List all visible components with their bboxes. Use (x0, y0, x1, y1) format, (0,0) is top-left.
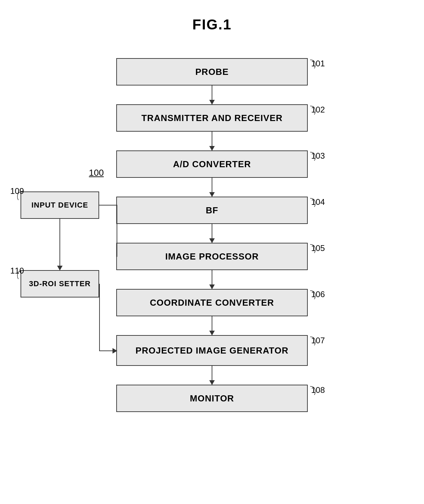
arrow-input-3droi (59, 219, 60, 270)
figure-title: FIG.1 (0, 0, 424, 33)
arrow-transmitter-ad (212, 132, 212, 150)
block-probe: PROBE (116, 58, 308, 85)
arrow-3droi-proj-h (99, 350, 117, 351)
arrow-imageproc-coord (212, 270, 212, 289)
ref-bracket-108 (308, 385, 317, 395)
block-projected-image-generator: PROJECTED IMAGE GENERATOR (116, 335, 308, 366)
ref-bracket-105 (308, 243, 317, 253)
line-input-to-imageproc-v (117, 205, 117, 257)
ref-bracket-106 (308, 289, 317, 299)
block-image-processor: IMAGE PROCESSOR (116, 243, 308, 270)
ref-bracket-107 (308, 335, 317, 345)
block-3d-roi-setter: 3D-ROI SETTER (21, 270, 99, 297)
arrow-proj-monitor (212, 366, 212, 385)
page: FIG.1 PROBE 101 TRANSMITTER AND RECEIVER… (0, 0, 424, 504)
ref-bracket-101 (308, 58, 317, 68)
system-label-100: 100 (89, 168, 104, 178)
ref-input: 109 (10, 186, 24, 196)
block-coordinate-converter: COORDINATE CONVERTER (116, 289, 308, 316)
block-input-device: INPUT DEVICE (21, 191, 99, 219)
block-transmitter: TRANSMITTER AND RECEIVER (116, 104, 308, 132)
block-ad-converter: A/D CONVERTER (116, 150, 308, 178)
arrow-coord-proj (212, 316, 212, 335)
line-input-to-imageproc-h (99, 205, 117, 205)
ref-bracket-102 (308, 104, 317, 115)
arrow-probe-transmitter (212, 85, 212, 104)
block-bf: BF (116, 197, 308, 224)
ref-bracket-103 (308, 150, 317, 161)
ref-bracket-104 (308, 197, 317, 207)
arrow-ad-bf (212, 178, 212, 197)
line-3droi-proj-v (99, 284, 100, 351)
arrow-bf-imageproc (212, 224, 212, 243)
ref-3droi: 110 (10, 266, 24, 276)
block-monitor: MONITOR (116, 385, 308, 412)
diagram: PROBE 101 TRANSMITTER AND RECEIVER 102 A… (0, 38, 424, 503)
